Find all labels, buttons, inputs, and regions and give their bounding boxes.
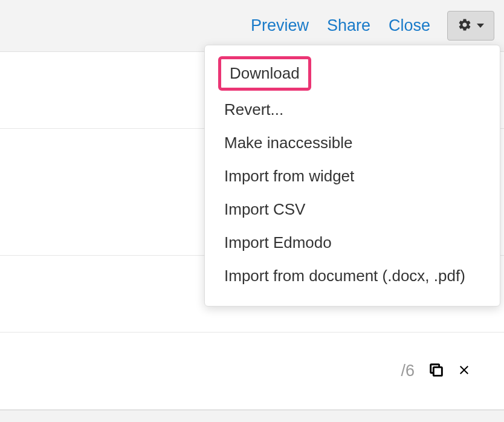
settings-button[interactable] (447, 11, 494, 41)
dropdown-item-import-csv[interactable]: Import CSV (218, 193, 486, 226)
dropdown-item-download[interactable]: Download (218, 56, 311, 91)
settings-dropdown: Download Revert... Make inaccessible Imp… (204, 45, 500, 307)
dropdown-item-make-inaccessible[interactable]: Make inaccessible (218, 126, 486, 160)
chevron-down-icon (477, 24, 484, 28)
close-link[interactable]: Close (383, 16, 436, 35)
preview-link[interactable]: Preview (245, 16, 315, 35)
content-row: /6 (0, 333, 504, 409)
svg-rect-1 (433, 367, 442, 375)
bottom-bar (0, 410, 504, 422)
share-link[interactable]: Share (321, 16, 376, 35)
dropdown-item-import-edmodo[interactable]: Import Edmodo (218, 226, 486, 259)
gear-icon (457, 18, 472, 34)
delete-icon[interactable] (457, 363, 471, 380)
score-label: /6 (401, 362, 415, 380)
dropdown-item-revert[interactable]: Revert... (218, 93, 486, 126)
dropdown-item-import-widget[interactable]: Import from widget (218, 160, 486, 193)
toolbar: Preview Share Close (0, 0, 504, 51)
dropdown-item-import-document[interactable]: Import from document (.docx, .pdf) (218, 259, 486, 293)
copy-icon[interactable] (428, 362, 445, 381)
